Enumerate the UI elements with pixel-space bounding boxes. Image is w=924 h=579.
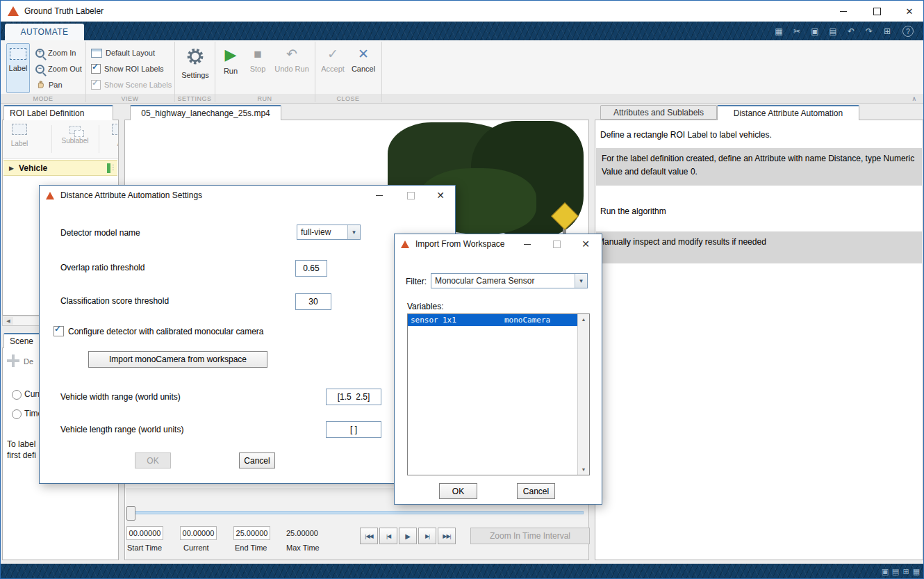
- import-monocamera-button[interactable]: Import monoCamera from workspace: [88, 351, 267, 368]
- add-scene-label-icon[interactable]: [6, 353, 21, 368]
- status-window-icon[interactable]: ⊞: [901, 566, 911, 576]
- score-threshold-label: Classification score threshold: [60, 296, 169, 306]
- cancel-automation-button[interactable]: ✕ Cancel: [349, 43, 377, 93]
- window-layout-icon[interactable]: ⊞: [879, 25, 896, 38]
- roi-rect-icon: [12, 124, 27, 135]
- first-frame-icon: |◀◀: [365, 533, 372, 539]
- minimize-icon: [840, 11, 847, 12]
- overlap-threshold-label: Overlap ratio threshold: [60, 263, 145, 272]
- radio-time-interval[interactable]: [12, 409, 22, 419]
- ribbon-separator: [381, 42, 382, 102]
- show-roi-labels-checkbox[interactable]: ✓ Show ROI Labels: [91, 62, 164, 76]
- next-frame-button[interactable]: ▶|: [418, 528, 436, 544]
- status-copy-icon[interactable]: ▣: [880, 566, 890, 576]
- roi-sublabel-button: Sublabel: [57, 124, 93, 156]
- vehicle-length-input[interactable]: [326, 421, 381, 438]
- ribbon-separator: [85, 42, 86, 102]
- status-dock-icon[interactable]: ▦: [911, 566, 921, 576]
- maximize-button[interactable]: [861, 1, 893, 22]
- import-cancel-button[interactable]: Cancel: [517, 483, 555, 499]
- instruction-step-1: Define a rectangle ROI Label to label ve…: [600, 130, 772, 140]
- last-frame-button[interactable]: ▶▶|: [438, 528, 456, 544]
- dialog-close-button[interactable]: ✕: [427, 188, 454, 203]
- current-time-field[interactable]: 00.00000: [180, 526, 217, 540]
- scroll-down-icon[interactable]: ▼: [578, 464, 589, 475]
- run-button[interactable]: ▶ Run: [219, 43, 242, 93]
- accept-button: ✓ Accept: [319, 43, 347, 93]
- variable-row-selected[interactable]: sensor 1x1 monoCamera: [408, 314, 578, 326]
- end-time-field[interactable]: 25.00000: [233, 526, 270, 540]
- cut-icon[interactable]: ✂: [789, 25, 805, 38]
- start-time-field[interactable]: 00.00000: [126, 526, 163, 540]
- scroll-left-icon[interactable]: ◀: [3, 317, 13, 325]
- label-mode-button[interactable]: Label: [6, 43, 30, 93]
- checkbox-disabled-icon: ✓: [91, 80, 101, 90]
- overlap-threshold-input[interactable]: [295, 260, 327, 277]
- default-layout-button[interactable]: Default Layout: [91, 46, 155, 60]
- redo-icon[interactable]: ↷: [861, 25, 877, 38]
- section-label-run: RUN: [215, 94, 315, 103]
- settings-button[interactable]: Settings: [180, 43, 211, 93]
- zoom-in-button[interactable]: + Zoom In: [35, 46, 76, 60]
- copy-icon[interactable]: ▣: [807, 25, 823, 38]
- vehicle-width-input[interactable]: [326, 389, 381, 405]
- paste-icon[interactable]: ▤: [825, 25, 841, 38]
- roi-panel-toolbar: Label Sublabel A: [3, 120, 118, 159]
- variables-listbox[interactable]: sensor 1x1 monoCamera ▲ ▼: [407, 313, 590, 475]
- tab-automate[interactable]: AUTOMATE: [5, 24, 84, 40]
- end-time-label: End Time: [235, 544, 267, 552]
- score-threshold-input[interactable]: [295, 293, 331, 310]
- expand-icon[interactable]: ▶: [9, 165, 14, 172]
- dialog-close-button[interactable]: ✕: [572, 236, 599, 252]
- scene-note-line1: To label: [7, 439, 35, 449]
- import-ok-button[interactable]: OK: [439, 483, 477, 499]
- tab-distance-attribute-automation[interactable]: Distance Attribute Automation: [717, 105, 859, 120]
- save-icon[interactable]: ▦: [770, 25, 787, 38]
- timeline-slider-track[interactable]: [131, 511, 584, 514]
- close-button[interactable]: ✕: [894, 1, 924, 22]
- dialog-minimize-button[interactable]: [366, 188, 393, 203]
- undo-run-button: ↶ Undo Run: [273, 43, 311, 93]
- configure-camera-checkbox[interactable]: ✓: [53, 326, 64, 336]
- timeline-slider-thumb[interactable]: [126, 506, 135, 521]
- collapse-ribbon-icon[interactable]: ∧: [911, 95, 916, 102]
- section-label-mode: MODE: [1, 94, 85, 103]
- prev-frame-button[interactable]: |◀: [379, 528, 397, 544]
- dialog-app-icon: [401, 240, 409, 248]
- roi-attribute-button: A: [104, 124, 119, 156]
- scroll-up-icon[interactable]: ▲: [578, 314, 589, 325]
- zoom-in-icon: +: [35, 49, 44, 58]
- filter-dropdown[interactable]: Monocular Camera Sensor ▾: [431, 273, 588, 288]
- stop-button: ■ Stop: [245, 43, 270, 93]
- next-frame-icon: ▶|: [425, 533, 429, 539]
- help-icon[interactable]: ?: [900, 25, 916, 38]
- tab-attributes-sublabels[interactable]: Attributes and Sublabels: [600, 105, 717, 120]
- vehicle-width-label: Vehicle width range (world units): [60, 392, 181, 402]
- first-frame-button[interactable]: |◀◀: [360, 528, 378, 544]
- pan-button[interactable]: Pan: [35, 78, 63, 92]
- settings-dialog-title: Distance Attribute Automation Settings: [60, 190, 202, 200]
- close-icon: ✕: [581, 238, 590, 250]
- radio-current-frame[interactable]: [12, 390, 22, 400]
- undo-icon[interactable]: ↶: [843, 25, 859, 38]
- settings-cancel-button[interactable]: Cancel: [239, 452, 275, 468]
- play-button[interactable]: ▶: [399, 528, 417, 544]
- detector-model-dropdown[interactable]: full-view ▾: [297, 225, 361, 240]
- listbox-scrollbar[interactable]: ▲ ▼: [577, 314, 589, 475]
- section-label-view: VIEW: [85, 94, 174, 103]
- zoom-out-button[interactable]: − Zoom Out: [35, 62, 82, 76]
- automation-instructions-panel: Define a rectangle ROI Label to label ve…: [595, 120, 923, 560]
- status-paste-icon[interactable]: ▤: [891, 566, 900, 576]
- filter-label: Filter:: [406, 277, 427, 286]
- tab-video-file[interactable]: 05_highway_lanechange_25s.mp4: [130, 105, 281, 120]
- import-dialog-titlebar: Import From Workspace: [395, 234, 602, 254]
- minimize-button[interactable]: [827, 1, 859, 22]
- show-scene-labels-checkbox: ✓ Show Scene Labels: [91, 78, 172, 92]
- tab-roi-label-definition[interactable]: ROI Label Definition: [3, 105, 113, 120]
- settings-dialog: Distance Attribute Automation Settings ✕…: [39, 185, 456, 484]
- scrollbar-dots-icon: ⋮: [110, 163, 117, 171]
- toolbar-separator: [99, 125, 99, 153]
- dialog-minimize-button[interactable]: [514, 236, 541, 252]
- app-window: Ground Truth Labeler ✕ AUTOMATE ▦ ✂ ▣ ▤ …: [0, 0, 924, 579]
- roi-item-vehicle[interactable]: ▶ Vehicle ⋮: [3, 160, 117, 176]
